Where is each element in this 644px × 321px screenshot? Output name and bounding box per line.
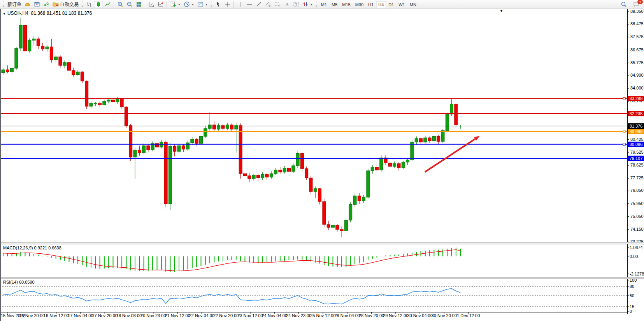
chevron-down-icon: ▼ bbox=[205, 3, 208, 6]
signal-button[interactable] bbox=[42, 1, 51, 8]
zoom-in-button[interactable] bbox=[116, 1, 125, 8]
templates-icon bbox=[197, 1, 204, 7]
cursor-button[interactable] bbox=[214, 1, 223, 8]
timeframe-button-m1[interactable]: M1 bbox=[319, 1, 329, 8]
cursor-icon bbox=[215, 1, 221, 7]
pane-splitter-rsi[interactable] bbox=[0, 277, 644, 279]
zoom-out-button[interactable] bbox=[125, 1, 134, 8]
timeframe-button-m30[interactable]: M30 bbox=[353, 1, 366, 8]
rsi-line bbox=[3, 289, 460, 304]
text-label-button[interactable]: T bbox=[291, 1, 301, 8]
toolbar-grip bbox=[211, 2, 212, 7]
trend-arrow[interactable] bbox=[425, 139, 475, 172]
chevron-down-icon: ▼ bbox=[178, 3, 181, 6]
zoom-in-icon bbox=[117, 1, 123, 7]
notification-count-badge: 1 bbox=[637, 0, 643, 5]
text-button[interactable]: A bbox=[282, 1, 291, 8]
candlestick-button[interactable] bbox=[94, 1, 103, 8]
new-chart-icon bbox=[170, 1, 176, 7]
vertical-line-button[interactable] bbox=[235, 1, 245, 8]
timeframe-button-m5[interactable]: M5 bbox=[329, 1, 340, 8]
equidistant-channel-button[interactable]: E bbox=[263, 1, 273, 8]
macd-signal-line bbox=[3, 250, 460, 271]
candlestick-icon bbox=[95, 1, 102, 7]
timeframe-button-w1[interactable]: W1 bbox=[396, 1, 407, 8]
chart-canvas[interactable] bbox=[0, 0, 644, 321]
main-toolbar: 新订单自动交易▼▼▼EFAT▼M1M5M15M30H1H4D1W1MN1 bbox=[0, 0, 644, 9]
timeframe-button-h1[interactable]: H1 bbox=[366, 1, 376, 8]
toolbar-grip bbox=[316, 2, 317, 7]
timeframe-button-m15[interactable]: M15 bbox=[340, 1, 353, 8]
auto-trading-button[interactable]: 自动交易 bbox=[51, 1, 80, 8]
market-watch-button[interactable] bbox=[32, 1, 42, 8]
line-chart-button[interactable] bbox=[103, 1, 112, 8]
horizontal-line-button[interactable] bbox=[245, 1, 254, 8]
templates-button[interactable]: ▼ bbox=[196, 1, 209, 8]
svg-text:T: T bbox=[295, 3, 297, 7]
notifications-button[interactable]: 1 bbox=[632, 1, 641, 8]
search-icon bbox=[621, 1, 627, 7]
time-axis[interactable] bbox=[0, 312, 627, 320]
timeframe-button-h4[interactable]: H4 bbox=[376, 1, 386, 8]
toolbar-right-group: 1 bbox=[619, 1, 642, 8]
crosshair-icon bbox=[225, 1, 231, 7]
crosshair-button[interactable] bbox=[223, 1, 232, 8]
tile-windows-button[interactable] bbox=[134, 1, 144, 8]
toolbar-grip bbox=[82, 2, 83, 7]
auto-scroll-icon bbox=[148, 1, 154, 7]
toolbar-separator bbox=[233, 1, 234, 8]
periods-clock-icon bbox=[184, 1, 190, 7]
new-chart-button[interactable]: ▼ bbox=[168, 1, 182, 8]
line-chart-icon bbox=[105, 1, 111, 7]
arrows-button[interactable]: ▼ bbox=[301, 1, 314, 8]
vertical-line-icon bbox=[237, 1, 243, 7]
trend-line-button[interactable] bbox=[254, 1, 263, 8]
equidistant-channel-icon: E bbox=[265, 1, 271, 7]
tile-windows-icon bbox=[136, 1, 142, 7]
toolbar-separator bbox=[114, 1, 114, 8]
toolbar-separator bbox=[167, 1, 167, 8]
fibonacci-icon: F bbox=[274, 1, 281, 7]
line-anchor-marker[interactable] bbox=[623, 97, 625, 100]
autotrade-folder-icon bbox=[53, 1, 59, 7]
timeframe-button-mn[interactable]: MN bbox=[407, 1, 419, 8]
gold-ingot-icon bbox=[25, 1, 31, 7]
zoom-out-icon bbox=[126, 1, 133, 7]
trend-line-icon bbox=[256, 1, 262, 7]
svg-text:F: F bbox=[279, 5, 280, 7]
chart-shift-icon bbox=[158, 1, 164, 7]
new-order-button[interactable]: 新订单 bbox=[6, 1, 23, 8]
price-axis[interactable] bbox=[627, 9, 644, 312]
text-label-icon: T bbox=[293, 1, 299, 7]
auto-scroll-button[interactable] bbox=[147, 1, 156, 8]
svg-text:A: A bbox=[285, 2, 289, 7]
macd-histogram bbox=[3, 247, 460, 272]
timeframe-button-d1[interactable]: D1 bbox=[386, 1, 396, 8]
toolbar-grip bbox=[3, 2, 4, 7]
signal-icon bbox=[43, 1, 49, 7]
chevron-down-icon: ▼ bbox=[191, 3, 194, 6]
new-order-button-label: 新订单 bbox=[7, 1, 21, 8]
bar-chart-button[interactable] bbox=[84, 1, 94, 8]
toolbar-separator bbox=[145, 1, 146, 8]
window-frame bbox=[0, 9, 1, 321]
market-window-icon bbox=[34, 1, 40, 7]
candlestick-series bbox=[2, 18, 462, 237]
auto-trading-button-label: 自动交易 bbox=[60, 1, 79, 8]
bar-chart-icon bbox=[86, 1, 92, 7]
chevron-down-icon: ▼ bbox=[310, 3, 313, 6]
arrows-tool-icon bbox=[302, 1, 309, 7]
search-button[interactable] bbox=[619, 1, 628, 8]
chart-shift-button[interactable] bbox=[156, 1, 165, 8]
line-anchor-marker[interactable] bbox=[623, 143, 625, 146]
gold-ingot-button[interactable] bbox=[23, 1, 32, 8]
periods-button[interactable]: ▼ bbox=[182, 1, 196, 8]
line-anchor-marker[interactable] bbox=[623, 130, 625, 133]
horizontal-line-icon bbox=[246, 1, 253, 7]
text-icon: A bbox=[284, 1, 290, 7]
fibonacci-button[interactable]: F bbox=[273, 1, 282, 8]
svg-text:E: E bbox=[269, 5, 271, 7]
pane-splitter-macd[interactable] bbox=[0, 242, 644, 244]
